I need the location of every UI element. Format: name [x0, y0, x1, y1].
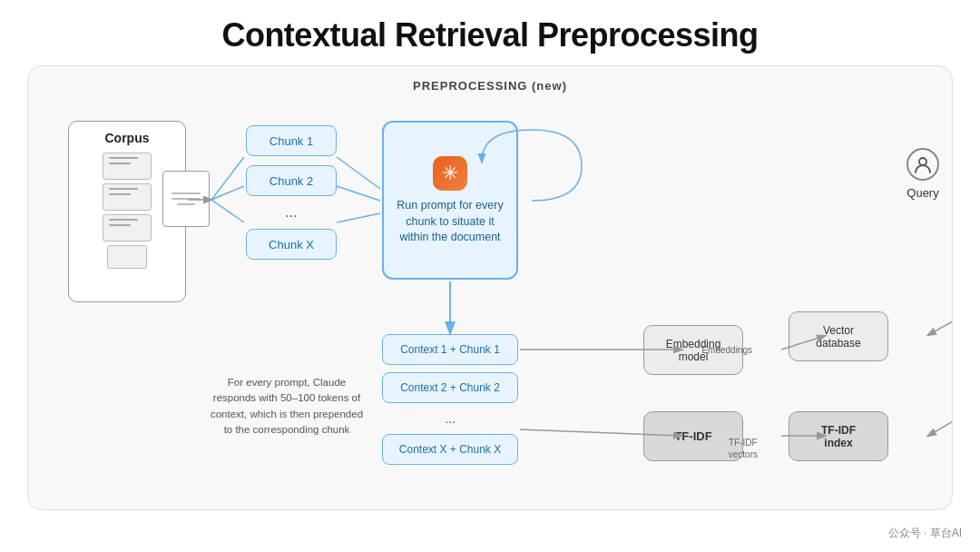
svg-line-7: [337, 213, 380, 222]
chunk-box-x: Chunk X: [246, 229, 337, 260]
preprocessing-label: PREPROCESSING (new): [28, 66, 952, 93]
context-group: Context 1 + Chunk 1 Context 2 + Chunk 2 …: [382, 334, 518, 465]
query-box: Query: [906, 148, 939, 200]
doc-icon-1: [103, 153, 152, 180]
claude-icon: ✳: [433, 156, 467, 191]
page-title: Contextual Retrieval Preprocessing: [0, 0, 980, 65]
doc-icon-3: [103, 214, 152, 242]
chunk-box-2: Chunk 2: [246, 165, 337, 196]
query-person-icon: [906, 148, 939, 181]
note-text: For every prompt, Claude responds with 5…: [210, 375, 364, 438]
svg-line-5: [337, 157, 380, 189]
diagram-container: PREPROCESSING (new) Corpus Chunk 1 Chunk…: [27, 65, 953, 510]
tfidf-index-box: TF-IDFindex: [789, 411, 888, 461]
watermark: 公众号 · 草台AI: [888, 526, 962, 541]
svg-line-2: [211, 157, 244, 200]
context-chunk-x: Context X + Chunk X: [382, 434, 518, 465]
svg-point-0: [919, 158, 926, 165]
context-dots: ...: [382, 410, 518, 427]
doc-icon-4: [107, 245, 147, 269]
chunk-box-1: Chunk 1: [246, 125, 337, 156]
embeddings-label: Embeddings: [701, 345, 752, 355]
doc-icon-2: [103, 183, 152, 211]
claude-star-icon: ✳: [442, 163, 458, 183]
tfidf-vectors-label: TF-IDFvectors: [729, 437, 758, 460]
svg-line-16: [928, 411, 952, 436]
svg-line-6: [337, 186, 380, 201]
query-label: Query: [906, 186, 938, 200]
prompt-text: Run prompt for every chunk to situate it…: [393, 198, 507, 246]
svg-line-4: [211, 200, 244, 222]
document-detail-icon: [162, 171, 210, 227]
context-chunk-2: Context 2 + Chunk 2: [382, 372, 518, 403]
prompt-box: ✳ Run prompt for every chunk to situate …: [382, 121, 518, 280]
svg-line-3: [211, 186, 244, 200]
chunks-group: Chunk 1 Chunk 2 ... Chunk X: [246, 125, 337, 260]
chunk-dots: ...: [246, 205, 337, 220]
context-chunk-1: Context 1 + Chunk 1: [382, 334, 518, 365]
corpus-label: Corpus: [105, 131, 150, 145]
svg-line-14: [928, 311, 952, 335]
vector-database-box: Vectordatabase: [789, 311, 888, 361]
